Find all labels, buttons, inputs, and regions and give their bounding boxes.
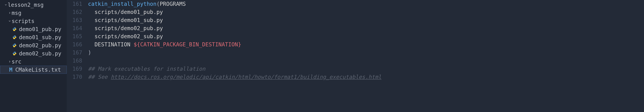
file-demo01-pub[interactable]: demo01_pub.py bbox=[0, 25, 67, 33]
cmake-icon: M bbox=[8, 67, 14, 73]
code-line: DESTINATION ${CATKIN_PACKAGE_BIN_DESTINA… bbox=[88, 41, 644, 49]
file-label: CMakeLists.txt bbox=[15, 67, 61, 73]
chevron-right-icon bbox=[8, 11, 12, 14]
file-label: demo01_pub.py bbox=[19, 26, 61, 32]
line-number: 164 bbox=[67, 24, 82, 32]
line-number: 161 bbox=[67, 0, 82, 8]
code-line: scripts/demo02_pub.py bbox=[88, 24, 644, 32]
line-number: 169 bbox=[67, 65, 82, 73]
folder-label: lesson2_msg bbox=[8, 2, 44, 8]
code-line: scripts/demo01_sub.py bbox=[88, 16, 644, 24]
file-demo02-sub[interactable]: demo02_sub.py bbox=[0, 49, 67, 58]
file-cmakelists[interactable]: M CMakeLists.txt bbox=[0, 66, 67, 74]
code-line: scripts/demo02_sub.py bbox=[88, 32, 644, 41]
chevron-down-icon bbox=[8, 19, 12, 23]
line-number: 166 bbox=[67, 41, 82, 49]
code-line: catkin_install_python(PROGRAMS bbox=[88, 0, 644, 8]
line-number: 170 bbox=[67, 73, 82, 81]
file-demo01-sub[interactable]: demo01_sub.py bbox=[0, 33, 67, 41]
folder-src[interactable]: src bbox=[0, 58, 67, 66]
code-content[interactable]: catkin_install_python(PROGRAMS scripts/d… bbox=[88, 0, 644, 112]
file-explorer: lesson2_msg msg scripts demo01_pub.py de… bbox=[0, 0, 67, 112]
folder-scripts[interactable]: scripts bbox=[0, 17, 67, 25]
line-number: 167 bbox=[67, 49, 82, 57]
folder-label: msg bbox=[12, 10, 22, 16]
code-editor[interactable]: 161 162 163 164 165 166 167 168 169 170 … bbox=[67, 0, 644, 112]
code-line: ## See http://docs.ros.org/melodic/api/c… bbox=[88, 73, 644, 81]
folder-lesson2-msg[interactable]: lesson2_msg bbox=[0, 1, 67, 9]
file-label: demo01_sub.py bbox=[19, 34, 61, 41]
line-number: 165 bbox=[67, 32, 82, 41]
code-line: scripts/demo01_pub.py bbox=[88, 8, 644, 16]
python-icon bbox=[12, 51, 18, 56]
folder-msg[interactable]: msg bbox=[0, 9, 67, 17]
file-label: demo02_pub.py bbox=[19, 42, 61, 49]
chevron-down-icon bbox=[4, 3, 8, 6]
folder-label: scripts bbox=[12, 18, 34, 24]
file-label: demo02_sub.py bbox=[19, 50, 61, 57]
line-number-gutter: 161 162 163 164 165 166 167 168 169 170 bbox=[67, 0, 88, 112]
chevron-right-icon bbox=[8, 60, 12, 63]
code-line: ) bbox=[88, 49, 644, 57]
python-icon bbox=[12, 43, 18, 47]
line-number: 168 bbox=[67, 57, 82, 65]
code-line bbox=[88, 57, 644, 65]
python-icon bbox=[12, 27, 18, 31]
file-demo02-pub[interactable]: demo02_pub.py bbox=[0, 41, 67, 49]
line-number: 163 bbox=[67, 16, 82, 24]
folder-label: src bbox=[12, 59, 22, 65]
code-line: ## Mark executables for installation bbox=[88, 65, 644, 73]
python-icon bbox=[12, 35, 18, 39]
line-number: 162 bbox=[67, 8, 82, 16]
